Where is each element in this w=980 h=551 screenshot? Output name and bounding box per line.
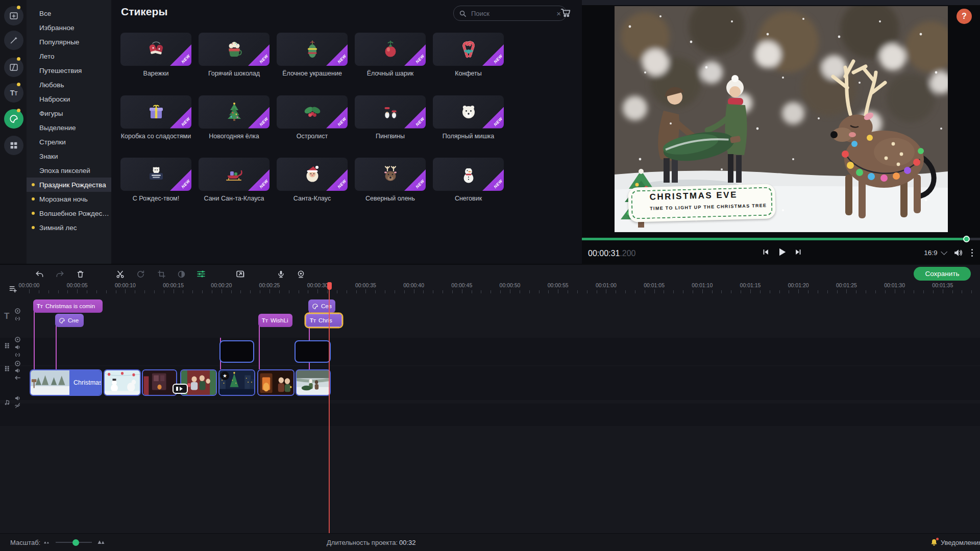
speaker-icon[interactable] — [14, 367, 21, 374]
help-button[interactable]: ? — [957, 9, 972, 24]
category-item[interactable]: Праздник Рождества — [27, 178, 111, 192]
link-icon[interactable] — [14, 315, 21, 322]
category-item[interactable]: Зимний лес — [27, 220, 111, 235]
play-button[interactable] — [777, 247, 787, 257]
category-item[interactable]: Морозная ночь — [27, 192, 111, 206]
eye-icon[interactable] — [14, 360, 21, 367]
seek-bar[interactable] — [582, 238, 980, 240]
cut-icon[interactable] — [114, 268, 126, 280]
category-item[interactable]: Волшебное Рождес… — [27, 206, 111, 220]
menu-dots-icon[interactable] — [971, 249, 973, 257]
link-icon[interactable] — [14, 352, 21, 358]
category-item[interactable]: Любовь — [27, 78, 111, 92]
title-clip[interactable]: Сев — [308, 299, 335, 313]
eye-icon[interactable] — [14, 336, 21, 343]
rail-item-filters[interactable] — [4, 31, 23, 50]
add-track-icon[interactable] — [7, 283, 18, 294]
webcam-icon[interactable] — [295, 268, 306, 280]
category-item[interactable]: Наброски — [27, 92, 111, 106]
filters-icon — [9, 35, 19, 45]
delete-icon[interactable] — [75, 268, 86, 280]
volume-icon[interactable] — [953, 248, 963, 257]
sticker-tile[interactable]: NEW — [355, 33, 426, 66]
overlay-clip[interactable] — [295, 340, 331, 363]
sticker-tile[interactable]: NEW — [433, 95, 504, 129]
rotate-icon[interactable] — [135, 268, 146, 280]
category-item[interactable]: Все — [27, 6, 111, 20]
category-item[interactable]: Стрелки — [27, 135, 111, 149]
redo-icon[interactable] — [54, 268, 65, 280]
rail-item-more-tools[interactable] — [4, 136, 23, 155]
zoom-in-icon[interactable] — [97, 538, 105, 545]
video-clip[interactable] — [296, 369, 331, 396]
category-item[interactable]: Выделение — [27, 120, 111, 135]
rail-item-import[interactable] — [4, 6, 23, 26]
cart-icon[interactable] — [560, 8, 571, 17]
rail-item-titles[interactable]: TT — [4, 83, 23, 103]
rail-item-stickers[interactable] — [4, 109, 23, 129]
clip-link-line — [56, 320, 57, 369]
title-clip[interactable]: TTChristmas is comin — [33, 299, 103, 313]
crop-icon[interactable] — [156, 268, 167, 280]
speaker-icon[interactable] — [14, 395, 21, 402]
category-item[interactable]: Популярные — [27, 35, 111, 49]
video-clip[interactable] — [142, 369, 177, 396]
aspect-ratio-select[interactable]: 16:9 — [924, 249, 945, 257]
category-item[interactable]: Эпоха пикселей — [27, 163, 111, 178]
sticker-tile[interactable]: NEW — [355, 158, 426, 191]
bell-icon[interactable] — [930, 538, 938, 546]
color-adjust-icon[interactable] — [176, 268, 187, 280]
clip-properties-icon[interactable] — [195, 268, 207, 280]
category-item[interactable]: Избранное — [27, 20, 111, 35]
pip-icon[interactable] — [235, 268, 246, 280]
rail-item-transitions[interactable] — [4, 58, 23, 77]
category-item[interactable]: Знаки — [27, 149, 111, 163]
transition-badge[interactable] — [173, 384, 188, 394]
zoom-slider[interactable] — [56, 542, 92, 543]
title-clip[interactable]: TTChris — [306, 314, 342, 327]
zoom-slider-knob[interactable] — [72, 539, 79, 546]
audio-track-lane[interactable] — [0, 404, 980, 426]
mute-wave-icon[interactable] — [14, 402, 21, 409]
title-clip[interactable]: TTWishLi — [258, 314, 292, 327]
sticker-tile[interactable]: NEW — [277, 33, 348, 66]
eye-icon[interactable] — [14, 308, 21, 314]
sticker-tile[interactable]: NEW — [277, 95, 348, 129]
category-item[interactable]: Фигуры — [27, 106, 111, 120]
arrow-left-icon[interactable] — [14, 374, 21, 381]
category-item[interactable]: Путешествия — [27, 63, 111, 78]
title-clip[interactable]: Сне — [55, 314, 84, 327]
playhead-handle[interactable] — [327, 282, 332, 290]
sticker-tile[interactable]: NEW — [433, 33, 504, 66]
sticker-tile[interactable]: NEW — [199, 158, 270, 191]
category-label: Эпоха пикселей — [39, 167, 90, 174]
video-clip[interactable]: Christmas — [30, 369, 102, 396]
video-clip[interactable]: ★ — [218, 369, 255, 396]
sticker-tile[interactable]: NEW — [277, 158, 348, 191]
sticker-tile[interactable]: NEW — [199, 95, 270, 129]
sticker-tile[interactable]: NEW — [120, 158, 191, 191]
search-box[interactable]: × — [453, 6, 567, 21]
zoom-out-icon[interactable] — [43, 539, 51, 544]
sticker-tile[interactable]: NEW — [355, 95, 426, 129]
sticker-tile[interactable]: NEW — [199, 33, 270, 66]
category-item[interactable]: Лето — [27, 49, 111, 63]
save-button[interactable]: Сохранить — [914, 267, 971, 281]
record-audio-icon[interactable] — [275, 268, 286, 280]
overlay-track-lane[interactable] — [0, 338, 980, 365]
prev-frame-button[interactable] — [762, 248, 770, 256]
seek-knob[interactable] — [963, 236, 970, 242]
undo-icon[interactable] — [34, 268, 45, 280]
video-clip[interactable] — [257, 369, 295, 396]
video-clip[interactable] — [104, 369, 141, 396]
sticker-tile[interactable]: NEW — [433, 158, 504, 191]
playhead-line[interactable] — [329, 282, 330, 534]
overlay-clip[interactable] — [219, 340, 254, 363]
search-input[interactable] — [470, 9, 553, 18]
sticker-tile[interactable]: NEW — [120, 33, 191, 66]
speaker-icon[interactable] — [14, 344, 21, 350]
notifications-label[interactable]: Уведомления — [941, 539, 980, 546]
ruler-time-label: 00:01:05 — [644, 282, 665, 288]
next-frame-button[interactable] — [794, 248, 802, 256]
sticker-tile[interactable]: NEW — [120, 95, 191, 129]
